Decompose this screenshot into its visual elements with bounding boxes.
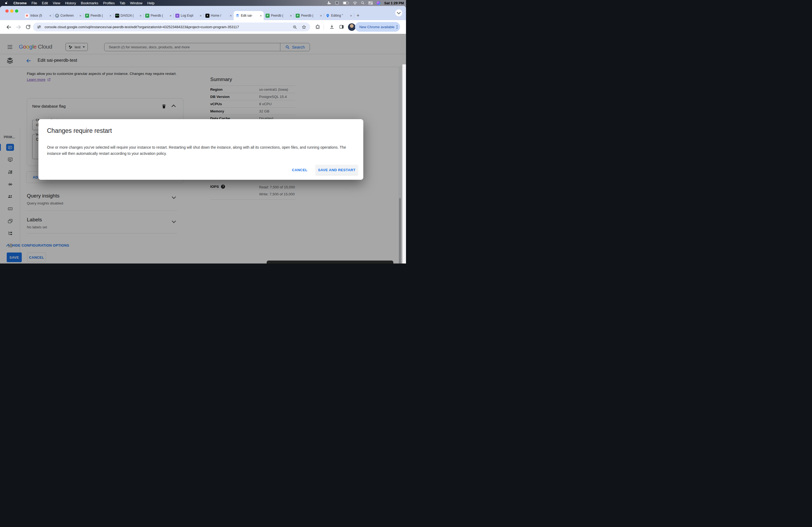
site-settings-icon[interactable] bbox=[37, 25, 41, 29]
tab-edit-sai-active[interactable]: Edit sai- × bbox=[234, 11, 264, 20]
menu-edit[interactable]: Edit bbox=[40, 0, 50, 6]
tab-close-icon[interactable]: × bbox=[320, 14, 322, 17]
dialog-body: One or more changes you've selected will… bbox=[47, 144, 356, 157]
tab-peerdb-1[interactable]: P Peerdb ( × bbox=[83, 11, 113, 20]
cloudsql-favicon bbox=[235, 14, 240, 18]
screen: Chrome File Edit View History Bookmarks … bbox=[0, 0, 406, 264]
back-button[interactable] bbox=[6, 24, 12, 30]
background-dock-bar bbox=[267, 260, 393, 264]
tab-log-explorer[interactable]: ≡ Log Expl × bbox=[173, 11, 204, 20]
zoom-icon[interactable] bbox=[292, 25, 297, 30]
tab-label: Peerdb ( bbox=[301, 14, 318, 17]
peerdb-favicon: P bbox=[85, 14, 89, 18]
browser-menu-icon[interactable] bbox=[396, 25, 397, 29]
url-text[interactable]: console.cloud.google.com/sql/instances/s… bbox=[45, 25, 239, 29]
logs-favicon: ≡ bbox=[175, 14, 179, 18]
tab-search-button[interactable] bbox=[395, 10, 402, 16]
tab-label: Peerdb ( bbox=[151, 14, 168, 17]
tab-close-icon[interactable]: × bbox=[79, 14, 81, 17]
extensions-icon[interactable] bbox=[315, 24, 320, 30]
tab-label: Log Expl bbox=[181, 14, 198, 17]
tab-peerdb-2[interactable]: P Peerdb ( × bbox=[143, 11, 173, 20]
dialog-cancel-button[interactable]: CANCEL bbox=[292, 168, 307, 172]
menubar-status: Sat 1:29 PM bbox=[327, 0, 404, 6]
wifi-icon bbox=[353, 1, 357, 5]
tabs: M Inbox (5 × P Conferen × P Peerdb ( × D… bbox=[23, 11, 360, 20]
apple-menu[interactable] bbox=[0, 0, 11, 6]
forward-button[interactable] bbox=[16, 24, 21, 30]
background-window-edge bbox=[402, 64, 406, 264]
apple-icon bbox=[5, 1, 9, 5]
tab-close-icon[interactable]: × bbox=[350, 14, 352, 17]
tab-close-icon[interactable]: × bbox=[230, 14, 232, 17]
menu-window[interactable]: Window bbox=[128, 0, 145, 6]
bookmark-star-icon[interactable] bbox=[302, 25, 306, 30]
tab-inbox[interactable]: M Inbox (5 × bbox=[23, 11, 53, 20]
spotlight-icon[interactable] bbox=[361, 1, 365, 5]
shield-app-icon[interactable] bbox=[335, 1, 339, 5]
tab-peerdb-3[interactable]: P Peerdb ( × bbox=[264, 11, 294, 20]
menu-file[interactable]: File bbox=[29, 0, 40, 6]
tab-label: Edit sai- bbox=[241, 14, 258, 17]
peerdb-favicon: P bbox=[265, 14, 270, 18]
menu-view[interactable]: View bbox=[50, 0, 62, 6]
tab-label: Editing " bbox=[331, 14, 349, 17]
tab-close-icon[interactable]: × bbox=[109, 14, 112, 17]
tab-x-home[interactable]: X Home / × bbox=[204, 11, 234, 20]
gmail-favicon: M bbox=[25, 14, 29, 18]
traffic-zoom[interactable] bbox=[15, 10, 18, 13]
tab-close-icon[interactable]: × bbox=[139, 14, 142, 17]
traffic-close[interactable] bbox=[5, 10, 9, 13]
menu-bookmarks[interactable]: Bookmarks bbox=[78, 0, 101, 6]
download-icon[interactable] bbox=[329, 24, 335, 30]
tab-label: Peerdb ( bbox=[90, 14, 108, 17]
peerdb-favicon: P bbox=[145, 14, 149, 18]
tab-peerdb-4[interactable]: P Peerdb ( × bbox=[294, 11, 324, 20]
restart-dialog: Changes require restart One or more chan… bbox=[39, 119, 363, 180]
menu-profiles[interactable]: Profiles bbox=[101, 0, 117, 6]
tab-label: DAIS24 ( bbox=[120, 14, 138, 17]
traffic-minimize[interactable] bbox=[10, 10, 13, 13]
update-chrome-chip[interactable]: New Chrome available bbox=[355, 22, 400, 32]
reload-button[interactable] bbox=[25, 24, 31, 30]
pin-favicon bbox=[326, 14, 330, 18]
menu-chrome[interactable]: Chrome bbox=[11, 0, 29, 6]
menu-tab[interactable]: Tab bbox=[117, 0, 128, 6]
tab-close-icon[interactable]: × bbox=[200, 14, 202, 17]
tab-close-icon[interactable]: × bbox=[49, 14, 51, 17]
control-center-icon[interactable] bbox=[368, 1, 373, 4]
tab-label: Conferen bbox=[60, 14, 78, 17]
update-chip-label: New Chrome available bbox=[359, 25, 394, 29]
postgres-favicon: P bbox=[55, 14, 59, 18]
stage-manager-icon[interactable] bbox=[327, 1, 331, 5]
tab-close-icon[interactable]: × bbox=[170, 14, 172, 17]
tab-close-icon[interactable]: × bbox=[260, 14, 262, 17]
x-favicon: X bbox=[205, 14, 209, 18]
browser-profile-avatar[interactable] bbox=[348, 23, 356, 31]
new-tab-button[interactable]: + bbox=[357, 13, 360, 18]
menu-help[interactable]: Help bbox=[145, 0, 157, 6]
battery-icon bbox=[343, 1, 349, 4]
chevron-down-icon bbox=[397, 11, 401, 14]
menu-history[interactable]: History bbox=[62, 0, 78, 6]
siri-icon[interactable] bbox=[376, 1, 380, 5]
omnibox[interactable]: console.cloud.google.com/sql/instances/s… bbox=[33, 22, 310, 31]
peerdb-favicon: P bbox=[296, 14, 300, 18]
dialog-title: Changes require restart bbox=[47, 127, 112, 134]
dialog-save-and-restart-button[interactable]: SAVE AND RESTART bbox=[316, 165, 358, 175]
tab-editing[interactable]: Editing " × bbox=[324, 11, 354, 20]
side-panel-icon[interactable] bbox=[339, 24, 344, 30]
tab-label: Home / bbox=[211, 14, 228, 17]
tab-label: Peerdb ( bbox=[271, 14, 288, 17]
tab-conference[interactable]: P Conferen × bbox=[53, 11, 83, 20]
dialog-actions: CANCEL SAVE AND RESTART bbox=[292, 165, 358, 175]
tab-label: Inbox (5 bbox=[30, 14, 48, 17]
dais-favicon: DAIS bbox=[115, 14, 119, 18]
tab-dais24[interactable]: DAIS DAIS24 ( × bbox=[113, 11, 143, 20]
toolbar-divider bbox=[323, 25, 324, 30]
menubar-clock[interactable]: Sat 1:29 PM bbox=[384, 1, 404, 5]
tab-strip: M Inbox (5 × P Conferen × P Peerdb ( × D… bbox=[0, 6, 406, 20]
tab-close-icon[interactable]: × bbox=[290, 14, 292, 17]
